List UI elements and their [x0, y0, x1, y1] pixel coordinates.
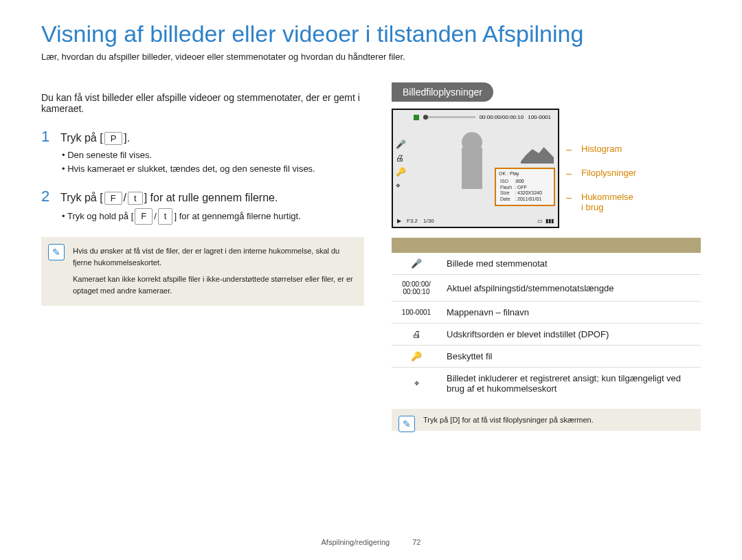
legend-table: 🎤Billede med stemmenotat 00:00:00/ 00:00…: [392, 238, 701, 399]
note-icon: ✎: [48, 244, 65, 260]
key-t: t: [158, 208, 173, 225]
left-column: Du kan få vist billeder eller afspille v…: [41, 82, 364, 431]
legend-row: 100-0001Mappenavn – filnavn: [392, 302, 701, 324]
callout-labels: Histogram Filoplysninger Hukommelse i br…: [566, 109, 576, 199]
note-line: Kameraet kan ikke korrekt afspille filer…: [73, 273, 355, 298]
legend-row: ⌖Billedet inkluderer et registreret ansi…: [392, 368, 701, 399]
battery-icon: ▮▮▮: [546, 218, 554, 224]
voice-memo-icon: 🎤: [396, 140, 406, 148]
folder-file-label: 100-0001: [396, 309, 437, 316]
legend-row: 🔑Beskyttet fil: [392, 346, 701, 368]
camera-preview-wrap: 00:00:00/00:00:10 100-0001 🎤 🖨 🔑 ⌖ OK : …: [392, 109, 701, 228]
face-target-icon: ⌖: [396, 181, 406, 190]
face-target-icon: ⌖: [396, 378, 437, 389]
section-tab: Billedfiloplysninger: [392, 82, 493, 102]
manual-page: Visning af billeder eller videoer i tils…: [0, 0, 742, 560]
step-text: Tryk på [P].: [60, 132, 130, 145]
cam-folder: 100-0001: [528, 114, 551, 120]
page-number: 72: [412, 538, 420, 546]
callout-histogram: Histogram: [566, 150, 576, 150]
tip-box: ✎ Tryk på [D] for at få vist filoplysnin…: [392, 409, 701, 431]
page-title: Visning af billeder eller videoer i tils…: [41, 21, 701, 47]
time-label: 00:00:00/ 00:00:10: [396, 280, 437, 295]
cam-top-bar: 00:00:00/00:00:10 100-0001: [414, 114, 551, 120]
step-2: 2 Tryk på [F/t] for at rulle gennem file…: [41, 188, 364, 205]
legend-row: 🖨Udskriftsorden er blevet indstillet (DP…: [392, 324, 701, 346]
camera-screen: 00:00:00/00:00:10 100-0001 🎤 🖨 🔑 ⌖ OK : …: [392, 109, 559, 228]
tip-text: Tryk på [D] for at få vist filoplysninge…: [423, 416, 594, 424]
cam-left-icons: 🎤 🖨 🔑 ⌖: [396, 140, 406, 190]
step-number: 2: [41, 188, 56, 205]
callout-memory: Hukommelse i brug: [566, 198, 576, 199]
print-icon: 🖨: [396, 154, 406, 162]
note-line: Hvis du ønsker at få vist de filer, der …: [73, 245, 355, 269]
key-f: F: [135, 208, 153, 225]
step-text: Tryk på [F/t] for at rulle gennem filern…: [60, 192, 278, 205]
subject-silhouette: [441, 126, 503, 206]
progress-bar: [423, 116, 475, 118]
cam-time: 00:00:00/00:00:10: [480, 114, 524, 120]
legend-row: 🎤Billede med stemmenotat: [392, 253, 701, 275]
note-box: ✎ Hvis du ønsker at få vist de filer, de…: [41, 237, 364, 306]
f-number: F3.2: [407, 218, 418, 224]
legend-header: [392, 238, 701, 253]
file-info-panel: OK : Play ISO:800 Flash: OFF Size: 4320X…: [495, 168, 555, 206]
footer-section: Afspilning/redigering: [322, 538, 390, 546]
right-column: Billedfiloplysninger 00:00:00/00:00:10 1…: [392, 82, 701, 431]
page-footer: Afspilning/redigering 72: [0, 538, 742, 546]
intro-text: Du kan få vist billeder eller afspille v…: [41, 92, 364, 114]
print-icon: 🖨: [396, 329, 437, 339]
lock-icon: 🔑: [396, 351, 437, 361]
histogram-icon: [521, 143, 554, 164]
legend-row: 00:00:00/ 00:00:10Aktuel afspilningstid/…: [392, 275, 701, 302]
content-columns: Du kan få vist billeder eller afspille v…: [41, 82, 701, 431]
shutter-speed: 1/30: [423, 218, 434, 224]
key-p: P: [104, 132, 123, 145]
note-icon: ✎: [398, 416, 415, 432]
playback-mode-icon: ▶: [397, 218, 401, 224]
voice-memo-icon: 🎤: [396, 258, 437, 269]
key-f: F: [104, 192, 122, 205]
storage-icon: ▭: [537, 218, 543, 224]
page-subtitle: Lær, hvordan du afspiller billeder, vide…: [41, 52, 701, 62]
cam-bottom-bar: ▶ F3.2 1/30 ▭ ▮▮▮: [393, 218, 558, 224]
step-1-sub: • Den seneste fil vises. • Hvis kameraet…: [62, 148, 364, 175]
step-number: 1: [41, 128, 56, 146]
lock-icon: 🔑: [396, 168, 406, 176]
step-1: 1 Tryk på [P].: [41, 128, 364, 146]
key-t: t: [128, 192, 143, 205]
step-2-sub: • Tryk og hold på [F/t] for at gennemgå …: [62, 208, 364, 225]
ok-play-label: OK : Play: [499, 171, 551, 177]
record-indicator-icon: [414, 115, 419, 120]
callout-fileinfo: Filoplysninger: [566, 174, 576, 175]
